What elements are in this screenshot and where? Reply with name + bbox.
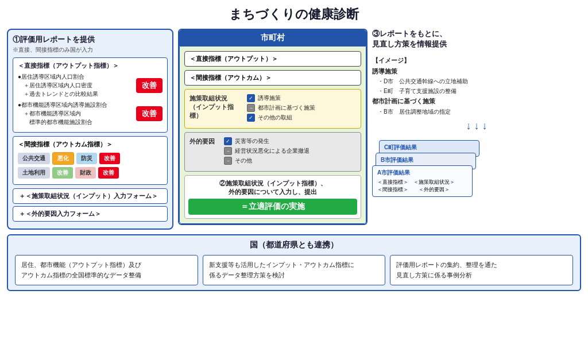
indirect-title: ＜間接指標（アウトカム指標）＞ xyxy=(18,140,163,149)
policy-item-3: ✓ その他の取組 xyxy=(247,114,356,122)
card-a-title: A市評価結果 xyxy=(377,169,467,177)
mid-header: 市町村 xyxy=(179,30,366,46)
card-a-row1: ＜直接指標＞ ＜施策取組状況＞ xyxy=(377,179,467,186)
indirect-outcome-box: ＜間接指標（アウトカム）＞ xyxy=(184,70,361,86)
tag-koukyou: 公共交通 xyxy=(18,153,50,164)
card-b-title: B市評価結果 xyxy=(381,156,471,164)
external-item-3: － その他 xyxy=(224,157,356,165)
policy-item-1: ✓ 誘導施策 xyxy=(247,94,356,102)
badge-kaizen-1: 改善 xyxy=(136,78,163,93)
left-subtitle: ※直接、間接指標のみ国が入力 xyxy=(13,46,168,54)
policy-type-label: 誘導施策 xyxy=(372,68,397,75)
direct-indicator-row1: ●居住誘導区域内人口割合 ＋居住誘導区域内人口密度 ＋過去トレンドとの比較結果 … xyxy=(18,72,163,98)
ext-label-2: 経営状況悪化による企業撤退 xyxy=(235,147,310,155)
external-title: 外的要因 xyxy=(189,137,218,146)
tag-row-1: 公共交通 悪化 防災 改善 xyxy=(18,152,163,165)
external-box: 外的要因 ✓ 災害等の発生 － 経営状況悪化による企業撤退 xyxy=(184,132,361,172)
direct-indicator-box: ＜直接指標（アウトプット指標）＞ ●居住誘導区域内人口割合 ＋居住誘導区域内人口… xyxy=(13,57,168,133)
badge-kaizen-2: 改善 xyxy=(136,106,163,121)
arrow-down-icon: ↓ ↓ ↓ xyxy=(372,120,581,132)
urban-plan-label: 都市計画に基づく施策 xyxy=(372,98,435,104)
tag-zaisei: 財政 xyxy=(75,167,96,179)
check-icon-3: ✓ xyxy=(247,114,255,122)
policy-items: ✓ 誘導施策 － 都市計画に基づく施策 ✓ その他の取組 xyxy=(247,94,356,123)
eval-card-a: A市評価結果 ＜直接指標＞ ＜施策取組状況＞ ＜間接指標＞ ＜外的要因＞ xyxy=(372,165,473,197)
left-title: ①評価用レポートを提供 xyxy=(13,34,168,45)
mid-body: ＜直接指標（アウトプット）＞ ＜間接指標（アウトカム）＞ 施策取組状況（インプッ… xyxy=(179,46,366,224)
mid-footer-highlight: ＝立適評価の実施 xyxy=(188,199,357,215)
tag-akka: 悪化 xyxy=(52,152,74,165)
form-link-1[interactable]: ＋＜施策取組状況（インプット）入力フォーム＞ xyxy=(13,188,168,204)
policy-label-2: 都市計画に基づく施策 xyxy=(258,104,315,112)
direct-indicator-row2: ●都市機能誘導区域内誘導施設割合 ＋都市機能誘導区域内 標準的都市機能施設割合 … xyxy=(18,100,163,126)
page-title: まちづくりの健康診断 xyxy=(7,6,581,23)
external-item-2: － 経営状況悪化による企業撤退 xyxy=(224,147,356,155)
bottom-grid: 居住、都市機能（アウトプット指標）及びアウトカム指標の全国標準的なデータ整備 新… xyxy=(15,255,573,285)
policy-item-2: － 都市計画に基づく施策 xyxy=(247,104,356,112)
middle-column: 市町村 ＜直接指標（アウトプット）＞ ＜間接指標（アウトカム）＞ 施策取組状況（… xyxy=(178,29,368,230)
left-column: ①評価用レポートを提供 ※直接、間接指標のみ国が入力 ＜直接指標（アウトプット指… xyxy=(7,29,173,230)
tag-kaizen-2: 改善 xyxy=(52,167,73,179)
indirect-indicator-box: ＜間接指標（アウトカム指標）＞ 公共交通 悪化 防災 改善 土地利用 改善 財政… xyxy=(13,136,168,185)
mid-footer-text: ②施策取組状況（インプット指標）、外的要因について入力し、提出 xyxy=(188,179,357,196)
ext-check-1: ✓ xyxy=(224,137,232,145)
policy-box: 施策取組状況（インプット指標） ✓ 誘導施策 － 都市計画に基づく施策 xyxy=(184,89,361,129)
tag-row-2: 土地利用 改善 財政 改善 xyxy=(18,167,163,179)
bottom-cell-3: 評価用レポートの集約、整理を通た見直し方策に係る事例分析 xyxy=(390,255,573,285)
top-section: ①評価用レポートを提供 ※直接、間接指標のみ国が入力 ＜直接指標（アウトプット指… xyxy=(7,29,581,230)
policy-label-3: その他の取組 xyxy=(258,114,292,122)
card-stack: C町評価結果 B市評価結果 A市評価結果 ＜直接指標＞ ＜施策取組状況＞ ＜間接… xyxy=(372,140,581,215)
card-a-row2: ＜間接指標＞ ＜外的要因＞ xyxy=(377,186,467,193)
direct-indicator-title: ＜直接指標（アウトプット指標）＞ xyxy=(18,61,163,70)
form-link-2[interactable]: ＋＜外的要因入力フォーム＞ xyxy=(13,206,168,222)
ext-check-3: － xyxy=(224,157,232,165)
bottom-section: 国（都道府県とも連携） 居住、都市機能（アウトプット指標）及びアウトカム指標の全… xyxy=(7,234,581,291)
ext-label-1: 災害等の発生 xyxy=(235,137,269,145)
check-icon-1: ✓ xyxy=(247,94,255,102)
external-item-1: ✓ 災害等の発生 xyxy=(224,137,356,145)
ext-label-3: その他 xyxy=(235,157,252,165)
main-container: まちづくりの健康診断 ①評価用レポートを提供 ※直接、間接指標のみ国が入力 ＜直… xyxy=(0,0,588,297)
bottom-title: 国（都道府県とも連携） xyxy=(15,240,573,250)
check-icon-2: － xyxy=(247,104,255,112)
external-items: ✓ 災害等の発生 － 経営状況悪化による企業撤退 － その他 xyxy=(224,137,356,166)
tag-bousai: 防災 xyxy=(76,153,97,164)
bottom-cell-2: 新支援等も活用したインプット・アウトカム指標に係るデータ整理方策を検討 xyxy=(203,255,386,285)
right-content: 【イメージ】 誘導施策 ・D市 公共交通幹線への立地補助 ・E町 子育て支援施設… xyxy=(372,55,581,117)
mid-wrapper: 市町村 ＜直接指標（アウトプット）＞ ＜間接指標（アウトカム）＞ 施策取組状況（… xyxy=(178,29,368,225)
bottom-cell-1: 居住、都市機能（アウトプット指標）及びアウトカム指標の全国標準的なデータ整備 xyxy=(15,255,198,285)
tag-kaizen-1: 改善 xyxy=(99,153,120,164)
image-label: 【イメージ】 xyxy=(372,57,410,64)
card-c-title: C町評価結果 xyxy=(384,144,474,152)
right-title: ③レポートをもとに、見直し方策を情報提供 xyxy=(372,29,581,49)
tag-tochiriyou: 土地利用 xyxy=(18,167,50,179)
policy-title: 施策取組状況（インプット指標） xyxy=(189,94,241,120)
mid-footer: ②施策取組状況（インプット指標）、外的要因について入力し、提出 ＝立適評価の実施 xyxy=(184,175,361,219)
right-column: ③レポートをもとに、見直し方策を情報提供 【イメージ】 誘導施策 ・D市 公共交… xyxy=(372,29,581,230)
direct-indicator-text2: ●都市機能誘導区域内誘導施設割合 ＋都市機能誘導区域内 標準的都市機能施設割合 xyxy=(18,100,133,126)
policy-label-1: 誘導施策 xyxy=(258,94,281,102)
tag-kaizen-3: 改善 xyxy=(98,167,119,179)
direct-indicator-text1: ●居住誘導区域内人口割合 ＋居住誘導区域内人口密度 ＋過去トレンドとの比較結果 xyxy=(18,72,133,98)
ext-check-2: － xyxy=(224,147,232,155)
direct-output-box: ＜直接指標（アウトプット）＞ xyxy=(184,51,361,67)
